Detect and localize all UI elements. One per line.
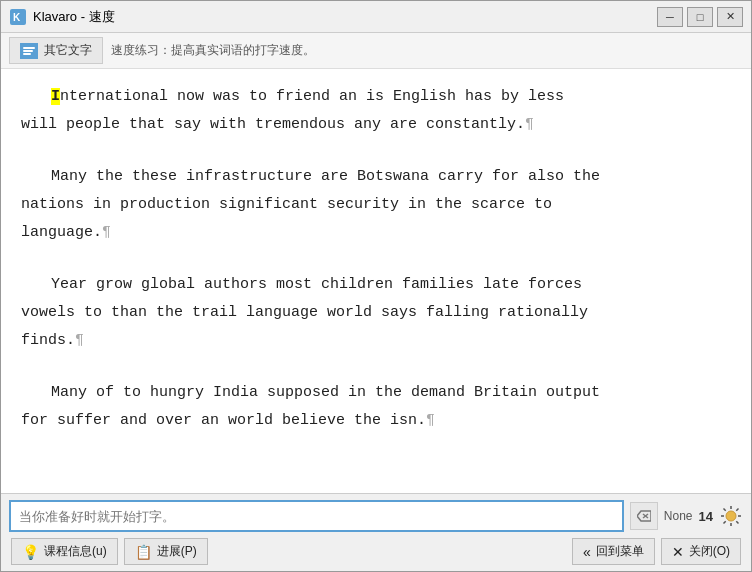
highlight-word: I	[51, 88, 60, 105]
close-button[interactable]: ✕	[717, 7, 743, 27]
paragraph-4-line-2: for suffer and over an world believe the…	[21, 409, 731, 433]
back-label: 回到菜单	[596, 543, 644, 560]
paragraph-3-line-1: Year grow global authors most children f…	[21, 273, 731, 297]
svg-rect-4	[23, 50, 33, 52]
paragraph-4-line-1: Many of to hungry India supposed in the …	[21, 381, 731, 405]
paragraph-3-line-3: finds.¶	[21, 329, 731, 353]
input-row: None 14	[9, 500, 743, 532]
back-icon: «	[583, 544, 591, 560]
svg-line-17	[724, 521, 726, 523]
brightness-button[interactable]	[719, 504, 743, 528]
tab-icon	[20, 43, 38, 59]
footer-row: 💡 课程信息(u) 📋 进展(P) « 回到菜单 ✕ 关闭(O)	[9, 538, 743, 565]
info-icon: 💡	[22, 544, 39, 560]
bottom-area: None 14	[1, 493, 751, 571]
none-label: None	[664, 509, 693, 523]
text-block: International now was to friend an is En…	[21, 85, 731, 433]
maximize-button[interactable]: □	[687, 7, 713, 27]
other-text-tab[interactable]: 其它文字	[9, 37, 103, 64]
paragraph-3-line-2: vowels to than the trail language world …	[21, 301, 731, 325]
input-right: None 14	[664, 504, 743, 528]
progress-button[interactable]: 📋 进展(P)	[124, 538, 208, 565]
toolbar: 其它文字 速度练习：提高真实词语的打字速度。	[1, 33, 751, 69]
footer-left: 💡 课程信息(u) 📋 进展(P)	[11, 538, 208, 565]
svg-line-14	[724, 509, 726, 511]
paragraph-2-line-1: Many the these infrastructure are Botswa…	[21, 165, 731, 189]
course-info-label: 课程信息(u)	[44, 543, 107, 560]
paragraph-2-line-2: nations in production significant securi…	[21, 193, 731, 217]
svg-text:K: K	[13, 12, 21, 23]
svg-rect-3	[23, 47, 35, 49]
course-info-button[interactable]: 💡 课程信息(u)	[11, 538, 118, 565]
window-controls: ─ □ ✕	[657, 7, 743, 27]
backspace-icon	[637, 509, 651, 523]
minimize-button[interactable]: ─	[657, 7, 683, 27]
svg-line-15	[736, 521, 738, 523]
progress-label: 进展(P)	[157, 543, 197, 560]
toolbar-description: 速度练习：提高真实词语的打字速度。	[111, 42, 315, 59]
footer-right: « 回到菜单 ✕ 关闭(O)	[572, 538, 741, 565]
svg-line-16	[736, 509, 738, 511]
title-bar: K Klavaro - 速度 ─ □ ✕	[1, 1, 751, 33]
svg-point-9	[726, 511, 736, 521]
svg-marker-6	[637, 511, 651, 521]
tab-label: 其它文字	[44, 42, 92, 59]
clear-input-button[interactable]	[630, 502, 658, 530]
typing-input[interactable]	[9, 500, 624, 532]
close-app-button[interactable]: ✕ 关闭(O)	[661, 538, 741, 565]
progress-icon: 📋	[135, 544, 152, 560]
svg-rect-5	[23, 53, 31, 55]
close-label: 关闭(O)	[689, 543, 730, 560]
paragraph-1-line-2: will people that say with tremendous any…	[21, 113, 731, 137]
content-area: International now was to friend an is En…	[1, 69, 751, 493]
app-icon: K	[9, 8, 27, 26]
paragraph-1-line-1: International now was to friend an is En…	[21, 85, 731, 109]
paragraph-2-line-3: language.¶	[21, 221, 731, 245]
main-window: K Klavaro - 速度 ─ □ ✕ 其它文字 速度练习：提高真实词语的打字…	[0, 0, 752, 572]
back-button[interactable]: « 回到菜单	[572, 538, 655, 565]
close-icon: ✕	[672, 544, 684, 560]
window-title: Klavaro - 速度	[33, 8, 657, 26]
number-label: 14	[699, 509, 713, 524]
